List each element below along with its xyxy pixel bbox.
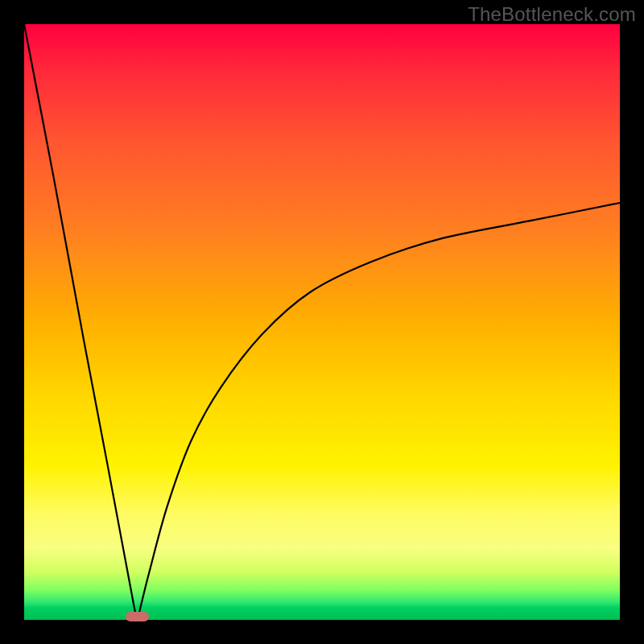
bottleneck-curve [24, 24, 620, 620]
chart-frame: TheBottleneck.com [0, 0, 644, 644]
optimal-range-marker [126, 612, 150, 621]
watermark-text: TheBottleneck.com [468, 3, 636, 26]
plot-area [24, 24, 620, 620]
